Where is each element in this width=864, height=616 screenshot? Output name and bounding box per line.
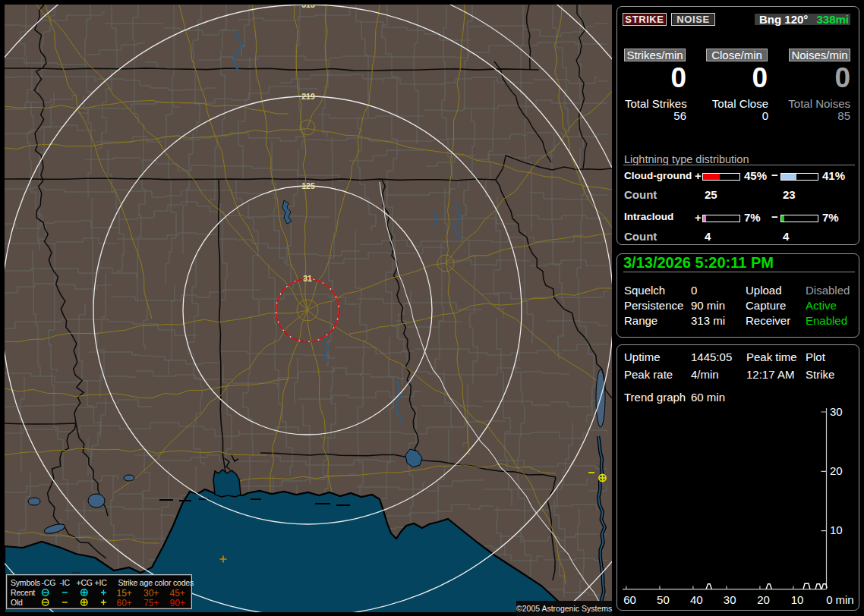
svg-text:313: 313 — [301, 0, 315, 9]
svg-text:0: 0 — [826, 593, 832, 606]
svg-text:219: 219 — [301, 92, 315, 101]
svg-text:30: 30 — [724, 593, 736, 606]
svg-text:30: 30 — [830, 405, 843, 418]
svg-text:20: 20 — [830, 464, 843, 477]
svg-text:125: 125 — [301, 181, 315, 190]
svg-text:50: 50 — [657, 593, 670, 606]
svg-text:10: 10 — [830, 523, 843, 536]
svg-text:40: 40 — [690, 593, 703, 606]
svg-text:60: 60 — [623, 593, 636, 606]
svg-text:10: 10 — [791, 593, 804, 606]
svg-text:min: min — [836, 593, 854, 606]
svg-text:31: 31 — [303, 274, 312, 283]
svg-text:20: 20 — [757, 593, 770, 606]
